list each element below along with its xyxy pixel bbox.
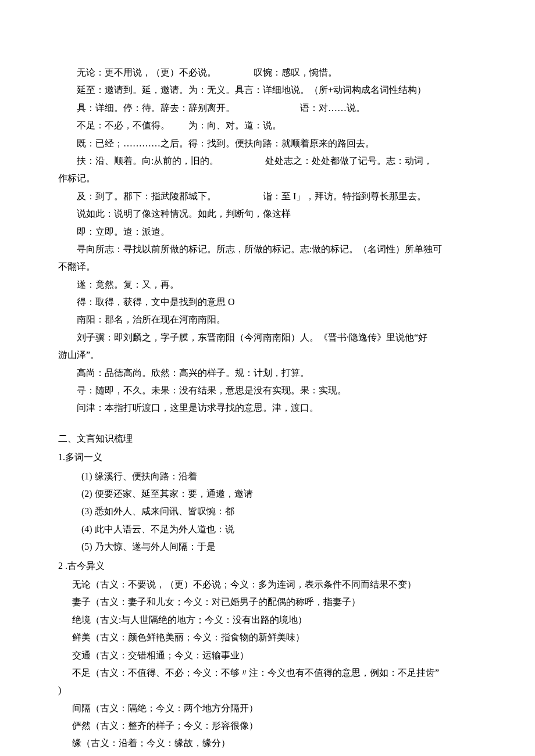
vocab-line: 得：取得，获得，文中是找到的意思 O bbox=[58, 293, 477, 311]
vocab-line: 刘子骥：即刘麟之，字子膜，东晋南阳（今河南南阳）人。《晋书·隐逸传》里说他“好 bbox=[58, 329, 477, 346]
sub-heading-2: 2 .古今异义 bbox=[58, 557, 477, 575]
vocab-line: 说如此：说明了像这种情况。如此，判断句，像这样 bbox=[58, 205, 477, 223]
list-item: 妻子（古义：妻子和儿女；今义：对已婚男子的配偶的称呼，指妻子） bbox=[58, 593, 477, 611]
list-item: 交通（古义：交错相通；今义：运输事业） bbox=[58, 647, 477, 664]
vocab-wrap: 作标记。 bbox=[58, 170, 477, 187]
vocab-line: 及：到了。郡下：指武陵郡城下。 诣：至 I」，拜访。特指到尊长那里去。 bbox=[58, 188, 477, 205]
section-heading: 二、文言知识梳理 bbox=[58, 430, 477, 447]
list-wrap: ) bbox=[58, 682, 477, 699]
list-item: 缘（古义：沿着；今义：缘故，缘分） bbox=[58, 734, 477, 752]
vocab-wrap: 不翻译。 bbox=[58, 258, 477, 275]
list-item: (4) 此中人语云、不足为外人道也：说 bbox=[58, 521, 477, 538]
list-item: (1) 缘溪行、便扶向路：沿着 bbox=[58, 468, 477, 485]
list-item: (5) 乃大惊、遂与外人间隔：于是 bbox=[58, 538, 477, 556]
vocab-line: 高尚：品德高尚。欣然：高兴的样子。规：计划，打算。 bbox=[58, 364, 477, 382]
list-item: 俨然（古义：整齐的样子；今义：形容很像） bbox=[58, 717, 477, 734]
vocab-line: 寻向所志：寻找以前所做的标记。所志，所做的标记。志:做的标记。（名词性）所单独可 bbox=[58, 241, 477, 258]
vocab-wrap: 游山泽”。 bbox=[58, 346, 477, 364]
list-item: 鲜美（古义：颜色鲜艳美丽；今义：指食物的新鲜美味） bbox=[58, 629, 477, 646]
sub-heading-1: 1.多词一义 bbox=[58, 449, 477, 466]
vocab-line: 扶：沿、顺着。向:从前的，旧的。 处处志之：处处都做了记号。志：动词， bbox=[58, 152, 477, 170]
document-page: 无论：更不用说，（更）不必说。 叹惋：感叹，惋惜。 延至：邀请到。延，邀请。为：… bbox=[0, 0, 535, 756]
list-item: 津（古义：渡口。指访求、探求的意思。今义：唾液） bbox=[58, 753, 477, 756]
vocab-line: 即：立即。遣：派遣。 bbox=[58, 223, 477, 241]
vocab-line: 延至：邀请到。延，邀请。为：无义。具言：详细地说。（所+动词构成名词性结构） bbox=[58, 81, 477, 99]
list-item: 不足（古义：不值得、不必；今义：不够〃注：今义也有不值得的意思，例如：不足挂齿” bbox=[58, 664, 477, 682]
list-item: 无论（古义：不要说，（更）不必说；今义：多为连词，表示条件不同而结果不变） bbox=[58, 576, 477, 593]
list-item: 绝境（古义:与人世隔绝的地方；今义：没有出路的境地） bbox=[58, 611, 477, 629]
vocab-line: 无论：更不用说，（更）不必说。 叹惋：感叹，惋惜。 bbox=[58, 64, 477, 81]
vocab-line: 寻：随即，不久。未果：没有结果，意思是没有实现。果：实现。 bbox=[58, 382, 477, 399]
vocab-block: 无论：更不用说，（更）不必说。 叹惋：感叹，惋惜。 延至：邀请到。延，邀请。为：… bbox=[58, 64, 477, 417]
list-item: (2) 便要还家、延至其家：要，通邀，邀请 bbox=[58, 485, 477, 503]
vocab-line: 具：详细。停：待。辞去：辞别离开。 语：对……说。 bbox=[58, 99, 477, 117]
list-item: (3) 悉如外人、咸来问讯、皆叹惋：都 bbox=[58, 503, 477, 520]
vocab-line: 遂：竟然。复：又，再。 bbox=[58, 276, 477, 293]
list-item: 间隔（古义：隔绝；今义：两个地方分隔开） bbox=[58, 700, 477, 717]
vocab-line: 问津：本指打听渡口，这里是访求寻找的意思。津，渡口。 bbox=[58, 399, 477, 417]
vocab-line: 不足：不必，不值得。 为：向、对。道：说。 bbox=[58, 117, 477, 134]
vocab-line: 南阳：郡名，治所在现在河南南阳。 bbox=[58, 311, 477, 328]
vocab-line: 既：已经；…………之后。得：找到。便扶向路：就顺着原来的路回去。 bbox=[58, 135, 477, 152]
